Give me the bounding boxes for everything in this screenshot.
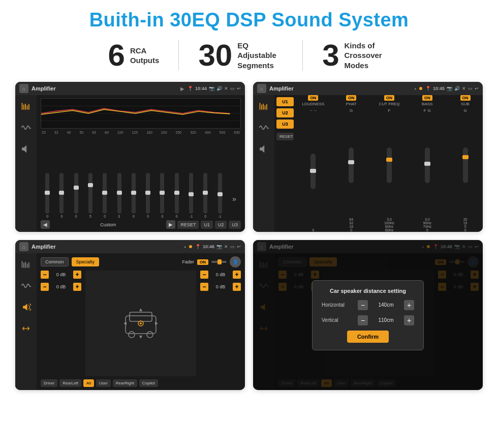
status-dot-3 [189,245,192,248]
vol-icon-1: 🔊 [216,86,222,91]
x-icon-3: ✕ [224,244,228,249]
db-value-rr: 0 dB [210,284,231,289]
rect-icon-1: ▭ [230,86,235,91]
back-icon-3: ↩ [237,244,241,249]
media-icon-1: ▶ [180,86,184,92]
eq-slider-8[interactable]: 0 [155,173,169,218]
eq-slider-10[interactable]: -1 [184,173,198,218]
db-plus-fr[interactable]: + [233,271,241,279]
db-control-rr: − 0 dB + [200,283,241,291]
db-value-rl: 0 dB [50,284,72,289]
confirm-button[interactable]: Confirm [347,331,389,343]
eq-slider-11[interactable]: 0 [199,173,212,218]
loudness-slider[interactable] [310,154,316,189]
page-container: Buith-in 30EQ DSP Sound System 6 RCAOutp… [0,0,498,448]
pin-icon-3: 📍 [195,244,201,249]
rearleft-btn[interactable]: RearLeft [59,379,81,387]
eq-slider-4[interactable]: 0 [98,173,111,218]
sub-label: SUB [461,102,469,106]
svg-rect-20 [126,316,156,334]
stat-crossover-label: Kinds ofCrossover Modes [345,41,390,71]
eq-u1-btn[interactable]: U1 [201,221,213,229]
svg-rect-0 [22,103,23,109]
horizontal-minus-btn[interactable]: − [358,300,368,310]
phat-slider[interactable] [349,147,354,183]
eq-slider-5[interactable]: 0 [112,173,126,218]
eq-slider-2[interactable]: 0 [70,173,83,218]
wave-icon[interactable] [19,121,33,135]
eq-expand[interactable]: » [228,195,241,218]
eq-slider-3[interactable]: 5 [84,173,97,218]
svg-rect-10 [261,105,262,110]
preset-u2-btn[interactable]: U2 [276,108,294,117]
screen3-title: Amplifier [32,244,181,250]
horizontal-plus-btn[interactable]: + [404,300,414,310]
fader-speaker-icon[interactable] [19,300,33,314]
eq-slider-6[interactable]: 0 [127,173,140,218]
driver-btn[interactable]: Driver [41,379,57,387]
horizontal-value: 140cm [371,302,401,308]
sub-slider[interactable] [463,147,468,183]
cutfreq-label: CUT FREQ [379,102,400,106]
speaker-icon[interactable] [19,142,33,156]
crossover-eq-icon[interactable] [257,99,271,113]
vol-icon-2: 🔊 [454,86,460,91]
screen1-title: Amplifier [32,85,177,92]
eq-slider-7[interactable]: 0 [141,173,154,218]
fader-left-sidebar [15,253,37,390]
eq-u2-btn[interactable]: U2 [215,221,227,229]
home-icon-2[interactable]: ⌂ [257,84,266,93]
eq-icon[interactable] [19,99,33,113]
eq-prev-btn[interactable]: ◀ [41,220,50,229]
eq-u3-btn[interactable]: U3 [229,221,241,229]
status-dot-2 [419,87,422,90]
fader-horiz-slider[interactable] [211,261,227,263]
eq-graph [41,98,241,129]
eq-reset-btn[interactable]: RESET [177,221,199,229]
eq-slider-0[interactable]: 0 [41,173,54,218]
bass-slider[interactable] [425,147,430,183]
vertical-plus-btn[interactable]: + [404,315,414,325]
user-btn[interactable]: User [96,379,111,387]
crossover-wave-icon[interactable] [257,121,271,135]
cutfreq-slider[interactable] [387,147,392,183]
db-minus-fl[interactable]: − [41,271,49,279]
eq-slider-1[interactable]: 0 [55,173,68,218]
vertical-minus-btn[interactable]: − [358,315,368,325]
crossover-reset-btn[interactable]: RESET [276,133,294,140]
all-btn[interactable]: All [83,379,94,387]
eq-slider-12[interactable]: -1 [213,173,226,218]
fader-arrows-icon[interactable] [19,321,33,336]
specialty-tab[interactable]: Specialty [72,257,100,266]
home-icon-3[interactable]: ⌂ [19,242,28,251]
crossover-vol-icon[interactable] [257,142,271,156]
svg-marker-27 [139,336,142,339]
db-plus-fl[interactable]: + [73,271,81,279]
time-2: 10:45 [433,86,445,91]
db-control-fr: − 0 dB + [200,271,241,279]
preset-u3-btn[interactable]: U3 [276,120,294,129]
loudness-on: ON [308,95,318,101]
db-minus-rr[interactable]: − [200,283,208,291]
copilot-btn[interactable]: Copilot [139,379,158,387]
status-bar-2: ⌂ Amplifier ▪ 📍 10:45 📷 🔊 ✕ ▭ ↩ [253,82,483,95]
db-minus-fr[interactable]: − [200,271,208,279]
freq-80: 80 [105,131,109,134]
freq-630: 630 [234,131,240,134]
db-plus-rr[interactable]: + [233,283,241,291]
fader-wave-icon[interactable] [19,279,33,293]
home-icon-1[interactable]: ⌂ [19,84,28,93]
status-bar-3: ⌂ Amplifier ▪ 📍 10:46 📷 ✕ ▭ ↩ [15,240,245,253]
svg-marker-14 [260,145,264,152]
db-plus-rl[interactable]: + [73,283,81,291]
eq-slider-9[interactable]: 0 [170,173,183,218]
rearright-btn[interactable]: RearRight [113,379,137,387]
eq-next-btn[interactable]: ▶ [166,220,175,229]
common-tab[interactable]: Common [41,257,69,266]
cutfreq-on: ON [384,95,394,101]
db-minus-rl[interactable]: − [41,283,49,291]
bass-label: BASS [422,102,432,106]
fader-eq-icon[interactable] [19,257,33,272]
distance-dialog: Car speaker distance setting Horizontal … [312,280,424,350]
preset-u1-btn[interactable]: U1 [276,97,294,106]
